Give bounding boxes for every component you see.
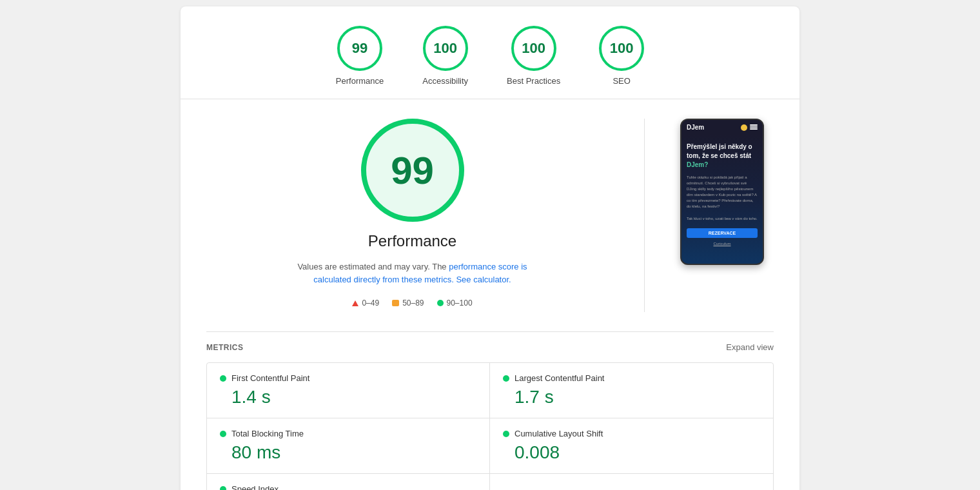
- score-value-accessibility: 100: [433, 40, 457, 57]
- metric-name-tbt: Total Blocking Time: [231, 429, 304, 438]
- metric-dot-si: [220, 486, 226, 491]
- score-circle-seo: 100: [599, 26, 644, 71]
- score-circle-accessibility: 100: [423, 26, 468, 71]
- phone-btn[interactable]: REZERVACE: [687, 228, 758, 238]
- metrics-grid: First Contentful Paint 1.4 s Largest Con…: [206, 362, 774, 490]
- score-item-accessibility[interactable]: 100 Accessibility: [422, 26, 468, 86]
- metric-name-fcp: First Contentful Paint: [231, 373, 309, 383]
- score-label-seo: SEO: [612, 76, 630, 86]
- phone-subtext: Tak kluci v toho, uzati bea v vám do toh…: [687, 216, 758, 222]
- score-label-accessibility: Accessibility: [422, 76, 468, 86]
- legend-item-red: 0–49: [352, 299, 379, 308]
- score-value-seo: 100: [610, 40, 634, 57]
- metric-header-tbt: Total Blocking Time: [220, 429, 476, 438]
- metric-dot-lcp: [503, 375, 509, 382]
- metric-name-si: Speed Index: [231, 484, 279, 490]
- legend-range-green: 90–100: [447, 299, 473, 308]
- big-score-circle: 99: [361, 119, 464, 222]
- calculator-link[interactable]: See calculator.: [456, 275, 511, 284]
- metric-header-lcp: Largest Contentful Paint: [503, 373, 760, 383]
- score-label-best-practices: Best Practices: [507, 76, 560, 86]
- score-value-best-practices: 100: [522, 40, 545, 57]
- phone-link[interactable]: Curiculum: [687, 242, 758, 246]
- score-item-best-practices[interactable]: 100 Best Practices: [507, 26, 560, 86]
- phone-topbar: DJem: [681, 120, 763, 135]
- metric-dot-cls: [503, 431, 509, 437]
- circle-icon: [437, 300, 444, 306]
- triangle-icon: [352, 300, 358, 306]
- scores-row: 99 Performance 100 Accessibility 100 Bes…: [181, 6, 799, 99]
- legend-item-orange: 50–89: [392, 299, 424, 308]
- right-panel: DJem Přemýšlel jsi někdy o tom, že se ch…: [671, 119, 774, 265]
- phone-content: Přemýšlel jsi někdy o tom, že se chceš s…: [681, 135, 763, 264]
- main-card: 99 Performance 100 Accessibility 100 Bes…: [181, 6, 799, 490]
- score-label-performance: Performance: [336, 76, 384, 86]
- content-area: 99 Performance Values are estimated and …: [181, 99, 799, 331]
- headline-highlight: DJem?: [687, 161, 708, 168]
- description-text: Values are estimated and may vary. The p…: [284, 260, 542, 286]
- menu-icon: [750, 124, 758, 130]
- legend: 0–49 50–89 90–100: [352, 299, 472, 308]
- score-value-performance: 99: [352, 40, 368, 57]
- left-panel: 99 Performance Values are estimated and …: [206, 119, 618, 308]
- metric-cell-tbt: Total Blocking Time 80 ms: [207, 418, 490, 474]
- big-score-title: Performance: [368, 232, 456, 250]
- big-score-value: 99: [391, 148, 434, 193]
- metric-cell-lcp: Largest Contentful Paint 1.7 s: [490, 363, 773, 418]
- phone-logo: DJem: [687, 124, 704, 131]
- metric-cell-cls: Cumulative Layout Shift 0.008: [490, 418, 773, 474]
- vertical-divider: [644, 119, 645, 312]
- metric-value-tbt: 80 ms: [220, 442, 476, 463]
- legend-range-orange: 50–89: [402, 299, 424, 308]
- phone-icons: [741, 124, 758, 131]
- expand-view-button[interactable]: Expand view: [726, 342, 774, 352]
- score-item-seo[interactable]: 100 SEO: [599, 26, 644, 86]
- metric-header-fcp: First Contentful Paint: [220, 373, 476, 383]
- metric-header-cls: Cumulative Layout Shift: [503, 429, 760, 438]
- score-circle-performance: 99: [337, 26, 382, 71]
- description-static: Values are estimated and may vary. The: [297, 262, 449, 271]
- metrics-header: METRICS Expand view: [206, 331, 774, 352]
- metric-dot-fcp: [220, 375, 226, 382]
- metric-cell-empty: [490, 474, 773, 490]
- metric-cell-si: Speed Index 2.8 s: [207, 474, 490, 490]
- metric-header-si: Speed Index: [220, 484, 476, 490]
- score-item-performance[interactable]: 99 Performance: [336, 26, 384, 86]
- score-circle-best-practices: 100: [511, 26, 556, 71]
- metrics-section-title: METRICS: [206, 343, 244, 352]
- phone-body-text: Tuhle otázku si pokládá jak přijatí a od…: [687, 175, 758, 210]
- metric-value-lcp: 1.7 s: [503, 387, 760, 407]
- square-icon: [392, 300, 399, 306]
- metric-name-lcp: Largest Contentful Paint: [514, 373, 604, 383]
- phone-preview: DJem Přemýšlel jsi někdy o tom, že se ch…: [680, 119, 764, 265]
- metric-value-fcp: 1.4 s: [220, 387, 476, 407]
- metrics-section: METRICS Expand view First Contentful Pai…: [181, 331, 799, 490]
- metric-dot-tbt: [220, 431, 226, 437]
- sun-icon: [741, 124, 747, 131]
- phone-headline: Přemýšlel jsi někdy o tom, že se chceš s…: [687, 142, 758, 170]
- legend-range-red: 0–49: [362, 299, 379, 308]
- legend-item-green: 90–100: [437, 299, 473, 308]
- metric-name-cls: Cumulative Layout Shift: [514, 429, 603, 438]
- metric-value-cls: 0.008: [503, 442, 760, 463]
- metric-cell-fcp: First Contentful Paint 1.4 s: [207, 363, 490, 418]
